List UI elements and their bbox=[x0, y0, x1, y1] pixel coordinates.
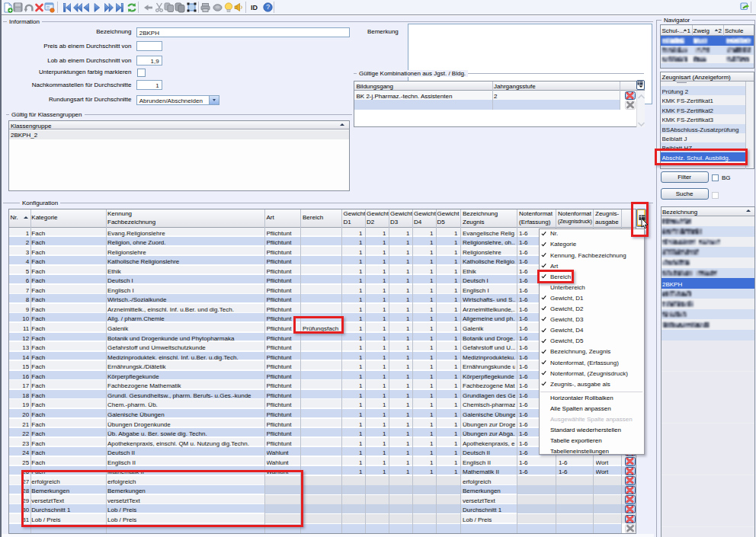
svg-text:?: ? bbox=[266, 3, 270, 11]
